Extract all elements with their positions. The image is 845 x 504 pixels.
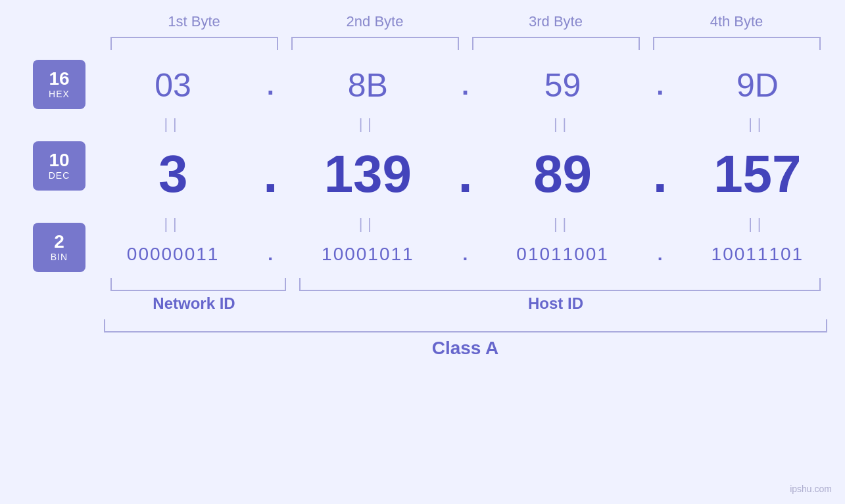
hex-byte3: 59 xyxy=(475,66,650,104)
dec-number: 10 xyxy=(49,150,69,171)
main-content-area: 16 HEX 10 DEC 2 BIN 03 . 8B . 59 . 9D xyxy=(0,57,845,275)
bin-byte1: 00000011 xyxy=(85,244,260,265)
dec-badge: 10 DEC xyxy=(33,141,85,191)
hex-dot1: . xyxy=(260,71,280,101)
dec-byte4: 157 xyxy=(670,144,845,204)
hex-badge: 16 HEX xyxy=(33,60,85,109)
watermark: ipshu.com xyxy=(790,484,832,494)
bin-number: 2 xyxy=(54,232,64,252)
bracket-host xyxy=(299,278,821,291)
hex-byte2: 8B xyxy=(280,66,455,104)
network-id-label: Network ID xyxy=(104,294,285,313)
equals-5: || xyxy=(85,216,260,233)
hex-dot2: . xyxy=(456,71,475,101)
bin-label: BIN xyxy=(51,252,68,262)
main-container: 1st Byte 2nd Byte 3rd Byte 4th Byte 16 H… xyxy=(0,0,845,504)
byte1-header: 1st Byte xyxy=(104,13,285,30)
byte4-header: 4th Byte xyxy=(646,13,827,30)
dec-dot1: . xyxy=(260,144,280,204)
dec-label: DEC xyxy=(49,170,70,181)
class-section: Class A xyxy=(104,319,827,359)
equals-row-1: || || || || xyxy=(85,114,845,134)
hex-number: 16 xyxy=(49,69,69,89)
bin-badge: 2 BIN xyxy=(33,223,85,272)
dec-byte1: 3 xyxy=(85,144,260,204)
data-rows-area: 03 . 8B . 59 . 9D || || || || 3 . xyxy=(85,57,845,275)
equals-row-2: || || || || xyxy=(85,214,845,234)
dec-byte3: 89 xyxy=(475,144,650,204)
host-id-label: Host ID xyxy=(285,294,827,313)
bracket-top-2 xyxy=(291,37,459,50)
dec-byte2: 139 xyxy=(280,144,455,204)
byte-headers-row: 1st Byte 2nd Byte 3rd Byte 4th Byte xyxy=(104,13,827,30)
bottom-labels: Network ID Host ID xyxy=(104,294,827,313)
bracket-top-1 xyxy=(110,37,278,50)
class-bracket xyxy=(104,319,827,332)
dec-row: 3 . 139 . 89 . 157 xyxy=(85,134,845,214)
equals-1: || xyxy=(85,116,260,133)
hex-byte1: 03 xyxy=(85,66,260,104)
equals-6: || xyxy=(280,216,455,233)
byte3-header: 3rd Byte xyxy=(466,13,646,30)
bin-byte3: 01011001 xyxy=(475,244,650,265)
equals-2: || xyxy=(280,116,455,133)
top-brackets xyxy=(104,37,827,50)
equals-4: || xyxy=(670,116,845,133)
base-labels-column: 16 HEX 10 DEC 2 BIN xyxy=(0,57,85,275)
bin-byte4: 10011101 xyxy=(670,244,845,265)
bin-dot3: . xyxy=(650,244,670,265)
class-label: Class A xyxy=(104,338,827,359)
bin-row: 00000011 . 10001011 . 01011001 . 1001110… xyxy=(85,234,845,275)
hex-label: HEX xyxy=(49,89,70,99)
hex-dot3: . xyxy=(650,71,670,101)
bin-dot1: . xyxy=(260,244,280,265)
byte2-header: 2nd Byte xyxy=(285,13,466,30)
equals-3: || xyxy=(475,116,650,133)
bracket-network xyxy=(110,278,286,291)
hex-row: 03 . 8B . 59 . 9D xyxy=(85,57,845,114)
bracket-top-4 xyxy=(653,37,821,50)
bin-dot2: . xyxy=(456,244,475,265)
hex-byte4: 9D xyxy=(670,66,845,104)
bottom-section: Network ID Host ID xyxy=(104,278,827,313)
bin-byte2: 10001011 xyxy=(280,244,455,265)
dec-dot3: . xyxy=(650,144,670,204)
bottom-brackets xyxy=(104,278,827,291)
bracket-top-3 xyxy=(472,37,640,50)
dec-dot2: . xyxy=(456,144,475,204)
equals-8: || xyxy=(670,216,845,233)
equals-7: || xyxy=(475,216,650,233)
